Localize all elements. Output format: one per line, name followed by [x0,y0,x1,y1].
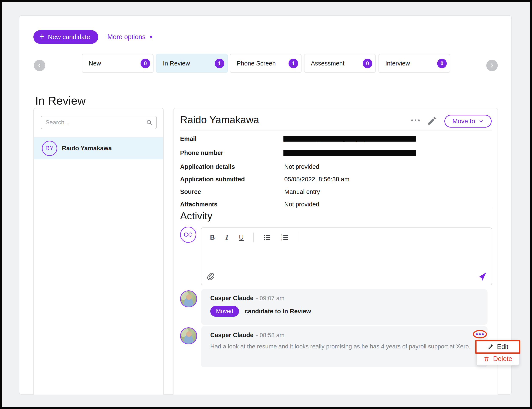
stages-scroll-right-button[interactable] [486,60,498,71]
dot-icon [482,333,484,335]
chevron-down-icon [479,119,484,123]
field-value-redacted: james.niven_test123@employmenthero.com [284,135,406,142]
candidate-name: Raido Yamakawa [62,145,112,152]
field-row-source: Source Manual entry [180,188,492,195]
current-user-initials: CC [180,227,196,243]
author-avatar [180,290,197,307]
editor-toolbar: B I U 1 2 3 [201,228,492,242]
app-screen: + New candidate More options ▼ New 0 In … [0,0,532,409]
candidate-detail-panel: Raido Yamakawa Move to Email james.niven… [173,108,498,395]
moved-status-badge: Moved [210,306,239,317]
redaction-bar [283,150,416,156]
candidate-initials-avatar: RY [42,141,57,156]
stage-tab-new[interactable]: New 0 [82,54,154,73]
dropdown-triangle-icon: ▼ [149,34,154,40]
stage-tab-label: Assessment [311,60,345,67]
stage-tab-label: Phone Screen [237,60,276,67]
pencil-icon [427,116,437,126]
field-value-text: Not provided [284,201,319,208]
bold-icon[interactable]: B [210,234,215,241]
activity-entry-comment: Casper Claude - 08:58 am Had a look at t… [201,326,487,367]
field-row-application-details: Application details Not provided [180,163,492,170]
toolbar-separator [253,232,254,242]
stage-tab-label: In Review [163,60,190,67]
search-box [41,116,157,129]
numbered-list-icon[interactable]: 1 2 3 [280,233,289,242]
field-value-text: Manual entry [284,188,320,195]
trash-icon [483,356,490,362]
stage-tab-label: Interview [385,60,410,67]
attachment-icon[interactable] [205,272,215,281]
pencil-icon [487,344,494,350]
candidate-list-item[interactable]: RY Raido Yamakawa [34,137,163,159]
bullet-list-icon[interactable] [263,233,271,242]
activity-heading: Activity [180,210,212,222]
new-candidate-label: New candidate [48,33,90,41]
candidate-overflow-menu-button[interactable] [411,120,420,121]
stages-scroll-left-button[interactable] [34,60,45,71]
italic-icon[interactable]: I [224,234,229,241]
dot-icon [479,333,481,335]
field-label: Application submitted [180,176,245,183]
activity-badge-text: candidate to In Review [244,308,311,315]
main-card: + New candidate More options ▼ New 0 In … [19,15,512,395]
chevron-right-icon [490,63,494,68]
stage-tab-label: New [89,60,101,67]
stage-count-badge: 0 [140,59,150,68]
stage-count-badge: 0 [437,59,447,68]
new-candidate-button[interactable]: + New candidate [33,30,98,44]
redaction-bar [283,136,416,142]
toolbar-separator [298,232,298,242]
field-value-text: Not provided [284,163,319,170]
field-label: Attachments [180,201,217,208]
candidate-detail-name: Raido Yamakawa [180,114,259,126]
stage-count-badge: 0 [363,59,372,68]
menu-item-delete[interactable]: Delete [477,353,519,365]
activity-author: Casper Claude [210,332,253,339]
activity-divider [180,208,492,208]
field-label: Source [180,188,201,195]
underline-icon[interactable]: U [239,234,244,241]
menu-item-delete-label: Delete [493,355,512,363]
field-value-text: 05/05/2022, 8:56:38 am [284,176,349,183]
page-title: In Review [35,94,86,107]
stage-count-badge: 1 [289,59,298,68]
field-label: Email [180,135,196,142]
chevron-left-icon [37,63,42,68]
search-icon [146,119,152,126]
stage-tab-interview[interactable]: Interview 0 [378,54,450,73]
search-input[interactable] [45,119,146,126]
edit-candidate-button[interactable] [427,116,437,126]
stage-count-badge: 1 [215,59,224,68]
activity-comment-text: Had a look at the resume and it looks re… [210,343,487,350]
stage-tab-phone-screen[interactable]: Phone Screen 1 [230,54,301,73]
more-options-button[interactable]: More options ▼ [107,30,154,44]
editor-footer [201,271,492,285]
stage-tab-assessment[interactable]: Assessment 0 [304,54,376,73]
move-to-label: Move to [452,118,475,125]
current-user-avatar: CC [180,227,196,243]
comment-editor[interactable]: B I U 1 2 3 [201,227,492,285]
svg-text:3: 3 [281,239,282,241]
activity-author: Casper Claude [210,295,253,302]
comment-overflow-menu-button-highlighted[interactable] [473,330,487,338]
activity-entry-moved: Casper Claude - 09:07 am Moved candidate… [201,289,487,325]
activity-time: - 08:58 am [256,332,284,339]
send-icon[interactable] [477,272,487,281]
field-value-redacted: 0450111113 [284,149,317,157]
comment-context-menu: Edit Delete [477,340,519,365]
field-label: Phone number [180,149,223,156]
stage-tab-in-review[interactable]: In Review 1 [156,54,228,73]
field-row-email: Email james.niven_test123@employmenthero… [180,135,492,142]
author-avatar [180,327,197,344]
activity-time: - 09:07 am [256,295,284,302]
menu-item-edit[interactable]: Edit [477,341,519,353]
plus-icon: + [39,32,45,41]
field-row-application-submitted: Application submitted 05/05/2022, 8:56:3… [180,176,492,183]
dot-icon [476,333,478,335]
field-row-attachments: Attachments Not provided [180,201,492,208]
more-options-label: More options [107,33,145,41]
menu-item-edit-label: Edit [497,343,508,351]
field-row-phone: Phone number 0450111113 [180,149,492,157]
move-to-button[interactable]: Move to [444,115,492,128]
